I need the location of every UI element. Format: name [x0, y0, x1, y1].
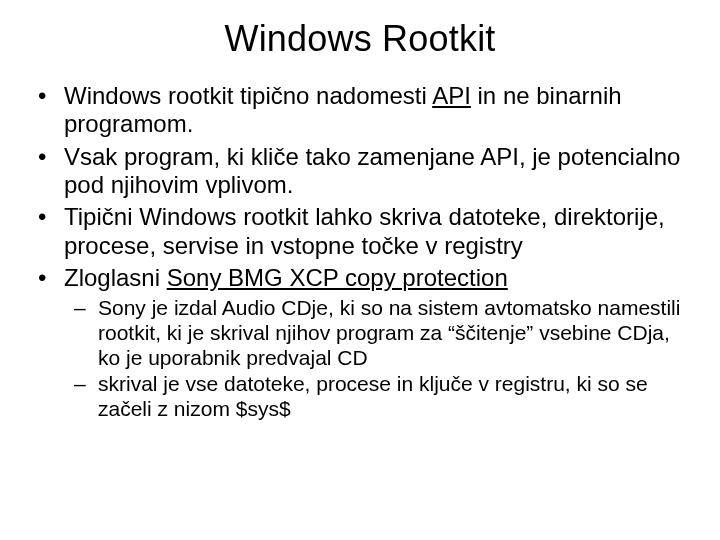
underlined-term: Sony BMG XCP copy protection: [167, 264, 508, 291]
bullet-item: Vsak program, ki kliče tako zamenjane AP…: [36, 143, 690, 200]
bullet-item: Tipični Windows rootkit lahko skriva dat…: [36, 203, 690, 260]
bullet-item: Zloglasni Sony BMG XCP copy protection S…: [36, 264, 690, 422]
bullet-item: Windows rootkit tipično nadomesti API in…: [36, 82, 690, 139]
sub-bullet-text: skrival je vse datoteke, procese in klju…: [98, 372, 648, 420]
bullet-text: Windows rootkit tipično nadomesti: [64, 82, 432, 109]
sub-bullet-item: Sony je izdal Audio CDje, ki so na siste…: [72, 296, 690, 370]
bullet-text: Vsak program, ki kliče tako zamenjane AP…: [64, 143, 680, 198]
bullet-text: Zloglasni: [64, 264, 167, 291]
sub-bullet-text: Sony je izdal Audio CDje, ki so na siste…: [98, 296, 680, 369]
sub-bullet-list: Sony je izdal Audio CDje, ki so na siste…: [72, 296, 690, 422]
bullet-text: Tipični Windows rootkit lahko skriva dat…: [64, 203, 665, 258]
underlined-term: API: [432, 82, 471, 109]
slide: Windows Rootkit Windows rootkit tipično …: [0, 0, 720, 540]
bullet-list: Windows rootkit tipično nadomesti API in…: [36, 82, 690, 422]
slide-title: Windows Rootkit: [30, 18, 690, 60]
sub-bullet-item: skrival je vse datoteke, procese in klju…: [72, 372, 690, 422]
